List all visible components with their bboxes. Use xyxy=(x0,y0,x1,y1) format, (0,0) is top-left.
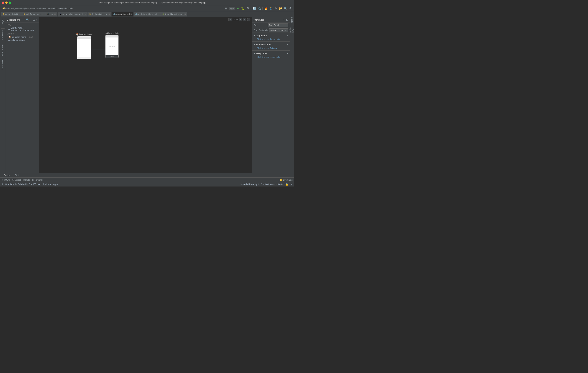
tab-close-manifest[interactable]: ✕ xyxy=(184,13,186,15)
gradle-icon[interactable]: Gradle xyxy=(290,18,294,22)
profiler-icon[interactable]: ⏱ xyxy=(245,6,250,10)
destinations-header: Destinations 🔍 ⋯ ⊟ + xyxy=(5,17,39,23)
global-actions-title: Global Actions xyxy=(256,43,286,46)
tab-arch-nav[interactable]: 📱 arch-navigation-sample ✕ xyxy=(58,12,87,16)
add-actions-link[interactable]: Click + to add Actions xyxy=(254,47,288,50)
todo-item[interactable]: ☑ TODO xyxy=(1,178,10,181)
canvas-toolbar: − 100% + ⊡ ? xyxy=(227,17,252,22)
theme-indicator[interactable]: Material Palenight xyxy=(241,183,259,186)
event-log-item[interactable]: 🔔 Event Log xyxy=(280,178,293,181)
launcher-home-node[interactable]: 🏠 launcher_home NAVIGATE NEXT xyxy=(76,33,92,59)
type-label: Type xyxy=(254,24,267,26)
run-icon[interactable]: ▶ xyxy=(236,6,240,10)
sidebar-item-build-variants[interactable]: Build Variants xyxy=(1,43,4,57)
activity-footer: Activity xyxy=(105,55,118,58)
zoom-in-button[interactable]: + xyxy=(239,18,242,21)
arguments-title: Arguments xyxy=(256,34,286,37)
sync-icon[interactable]: 🔄 xyxy=(252,6,256,10)
arguments-section: ▼ Arguments + Click + to add Arguments xyxy=(252,32,290,41)
avd-icon[interactable]: 📱 xyxy=(269,6,273,10)
tab-android-manifest[interactable]: A AndroidManifest.xml ✕ xyxy=(161,12,187,16)
deep-links-section: ▼ Deep Links + Click + to add Deep Links xyxy=(252,50,290,59)
build-icon: ⊞ xyxy=(23,178,25,181)
arguments-header[interactable]: ▼ Arguments + xyxy=(254,33,288,38)
deep-links-title: Deep Links xyxy=(256,52,286,54)
collapse-destinations-icon[interactable]: ⊟ xyxy=(33,18,35,21)
tab-close-settings[interactable]: ✕ xyxy=(108,13,110,15)
deep-links-header[interactable]: ▼ Deep Links + xyxy=(254,51,288,55)
activity-main-icon: A xyxy=(8,28,10,30)
sidebar-item-favorites[interactable]: 2: Favorites xyxy=(1,59,4,71)
tab-close-main-fragment[interactable]: ✕ xyxy=(42,13,43,15)
bottom-bar: NAVIGATE NEXT xyxy=(77,57,91,59)
add-arguments-link[interactable]: Click + to add Arguments xyxy=(254,38,288,41)
firebase-icon[interactable]: 🔥 xyxy=(264,6,268,10)
help-button[interactable]: ? xyxy=(247,18,251,21)
tab-close-main-activity[interactable]: ✕ xyxy=(19,13,20,15)
window-controls[interactable] xyxy=(2,1,11,4)
canvas-area[interactable]: − 100% + ⊡ ? 🏠 launcher_home xyxy=(39,17,252,173)
terminal-item[interactable]: ▤ Terminal xyxy=(32,178,43,181)
encoding-indicator: 🔒 xyxy=(285,183,288,186)
add-deep-links-link[interactable]: Click + to add Deep Links xyxy=(254,55,288,59)
grid-icon[interactable]: ⊞ xyxy=(224,6,228,10)
tab-text[interactable]: Text xyxy=(13,173,21,177)
tab-main-activity[interactable]: K MainActivity.kt ✕ xyxy=(1,12,21,16)
tab-close-activity-settings[interactable]: ✕ xyxy=(158,13,159,15)
search-destinations-icon[interactable]: 🔍 xyxy=(26,18,29,21)
search-icon[interactable]: 🔍 xyxy=(284,6,288,10)
tree-item-activity-main[interactable]: A activity_main (my_nav_host_fragment) xyxy=(5,26,39,32)
sidebar-item-project[interactable]: 1: Project xyxy=(1,18,4,27)
tab-bar: K MainActivity.kt ✕ K MainFragment.kt ✕ … xyxy=(0,11,294,17)
settings-icon[interactable]: ⚙ xyxy=(288,6,293,10)
tab-activity-settings[interactable]: ⚓ activity_settings.xml ✕ xyxy=(134,12,161,16)
destinations-title: Destinations xyxy=(7,19,25,21)
attach-icon[interactable]: 📎 xyxy=(257,6,261,10)
add-global-action-button[interactable]: + xyxy=(287,43,288,46)
settings-activity-card[interactable]: Hello Settings! Activity xyxy=(105,35,119,58)
tab-close-arch[interactable]: ✕ xyxy=(84,13,86,15)
type-value: Root Graph xyxy=(268,23,288,27)
tree-item-launcher-home[interactable]: 🏠 launcher_home - Start xyxy=(5,35,39,38)
maximize-button[interactable] xyxy=(9,1,11,4)
add-deep-link-button[interactable]: + xyxy=(287,52,288,55)
debug-icon[interactable]: 🐛 xyxy=(241,6,245,10)
tab-close-app[interactable]: ✕ xyxy=(54,13,56,15)
sidebar-item-structure[interactable]: 2: Structure xyxy=(1,30,4,41)
attr-more-icon[interactable]: ⋯ xyxy=(283,18,285,21)
settings-activity-tree-icon: A xyxy=(8,39,10,41)
sdk-icon[interactable]: ⚙ xyxy=(273,6,278,10)
destinations-panel: Destinations 🔍 ⋯ ⊟ + HOST A activity_mai… xyxy=(5,17,39,173)
build-item[interactable]: ⊞ Build xyxy=(23,178,30,181)
app-selector[interactable]: app xyxy=(229,7,235,10)
tab-design[interactable]: Design xyxy=(1,173,12,177)
more-destinations-icon[interactable]: ⋯ xyxy=(30,18,32,21)
tab-close-nav-xml[interactable]: ✕ xyxy=(130,13,132,15)
start-dest-value[interactable]: launcher_home ▼ xyxy=(269,28,288,32)
global-actions-header[interactable]: ▼ Global Actions + xyxy=(254,42,288,47)
add-argument-button[interactable]: + xyxy=(287,34,288,37)
attr-collapse-icon[interactable]: ⊟ xyxy=(286,18,288,21)
device-file-icon[interactable]: 📂 xyxy=(278,6,283,10)
tab-main-fragment[interactable]: K MainFragment.kt ✕ xyxy=(22,12,45,16)
close-button[interactable] xyxy=(2,1,4,4)
settings-activity-node[interactable]: settings_activity Hello Settings! Activi… xyxy=(105,32,119,58)
tree-item-settings-activity[interactable]: A settings_activity xyxy=(5,38,39,41)
new-destinations-icon[interactable]: + xyxy=(36,18,37,21)
project-name: 📁 arch-navigation-sample › app › src › m… xyxy=(1,7,74,10)
line-ending-indicator: ⊡ xyxy=(291,183,293,186)
attributes-panel: Attributes ⋯ ⊟ Type Root Graph Start Des… xyxy=(252,17,290,173)
tab-navigation-xml[interactable]: ⚓ navigation.xml ✕ xyxy=(112,12,133,16)
device-file-explorer-icon[interactable]: Device File Explorer xyxy=(290,27,294,31)
logcat-icon: ⊟ xyxy=(12,178,14,181)
logcat-item[interactable]: ⊟ Logcat xyxy=(12,178,21,181)
title-bar: arch-navigation-sample [~/Downloads/arch… xyxy=(0,0,294,5)
tab-settings-activity[interactable]: K SettingsActivity.kt ✕ xyxy=(88,12,111,16)
zoom-level: 100% xyxy=(233,18,238,21)
tab-app[interactable]: 📱 app ✕ xyxy=(45,12,57,16)
zoom-fit-button[interactable]: ⊡ xyxy=(243,18,246,21)
zoom-out-button[interactable]: − xyxy=(229,18,232,21)
launcher-home-card[interactable]: NAVIGATE NEXT xyxy=(77,36,91,59)
terminal-icon: ▤ xyxy=(32,178,34,181)
minimize-button[interactable] xyxy=(5,1,8,4)
